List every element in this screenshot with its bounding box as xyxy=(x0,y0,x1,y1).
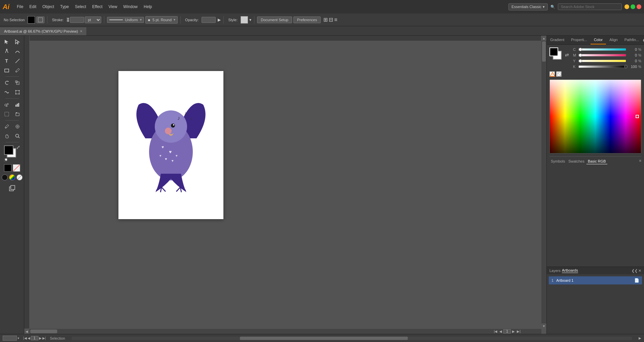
style-chevron-icon[interactable]: ▾ xyxy=(249,18,251,22)
doc-tab-artboard[interactable]: Artboard.ai @ 66.67% (CMYK/GPU Preview) … xyxy=(0,27,87,35)
warp-tool-button[interactable] xyxy=(2,88,12,97)
scale-tool-button[interactable] xyxy=(12,78,23,87)
stroke-selector[interactable] xyxy=(36,16,44,23)
foreground-color-swatch[interactable] xyxy=(4,145,13,155)
stroke-down-arrow[interactable]: ▼ xyxy=(67,20,69,22)
swatches-tab[interactable]: Swatches xyxy=(567,159,586,164)
status-prev-button[interactable]: |◀ xyxy=(23,336,27,340)
k-slider[interactable] xyxy=(578,65,626,68)
c-slider-thumb[interactable] xyxy=(579,48,582,51)
graph-tool-button[interactable] xyxy=(12,100,23,109)
k-slider-thumb[interactable] xyxy=(624,65,628,68)
fg-color-indicator[interactable] xyxy=(549,47,558,56)
layers-panel-close-button[interactable]: ✕ xyxy=(638,269,641,273)
menu-help[interactable]: Help xyxy=(141,3,155,10)
y-slider[interactable] xyxy=(578,60,626,62)
rectangle-tool-button[interactable] xyxy=(2,66,12,75)
opacity-expand-button[interactable]: ▶ xyxy=(218,18,221,22)
reset-colors-icon[interactable] xyxy=(4,158,7,162)
zoom-tool-button[interactable] xyxy=(12,132,23,140)
m-slider[interactable] xyxy=(578,54,626,57)
eyedropper-tool-button[interactable] xyxy=(2,122,12,131)
status-page-input[interactable] xyxy=(31,336,38,340)
menu-file[interactable]: File xyxy=(14,3,26,10)
arrange-icon-1[interactable]: ⊞ xyxy=(323,16,328,23)
prev-page-button[interactable]: |◀ xyxy=(493,329,498,334)
swap-colors-icon[interactable] xyxy=(16,145,20,149)
gradient-tab[interactable]: Gradient xyxy=(547,36,568,44)
opacity-input[interactable]: 100% xyxy=(202,17,216,23)
workspace-selector[interactable]: Essentials Classic ▾ xyxy=(508,3,548,10)
measure-tool-button[interactable] xyxy=(12,122,23,131)
artboard-row-1[interactable]: 1 Artboard 1 📄 xyxy=(549,276,642,284)
menu-select[interactable]: Select xyxy=(72,3,89,10)
properties-tab[interactable]: Properti... xyxy=(568,36,591,44)
stroke-style-selector[interactable]: Uniform ▾ xyxy=(107,17,144,23)
scroll-down-button[interactable]: ▼ xyxy=(541,323,546,329)
zoom-chevron-icon[interactable]: ▾ xyxy=(17,336,19,340)
color-tab[interactable]: Color xyxy=(591,36,606,44)
artboards-tab[interactable]: Artboards xyxy=(562,268,578,273)
direct-selection-tool-button[interactable] xyxy=(12,38,23,46)
symbols-tab[interactable]: Symbols xyxy=(549,159,566,164)
arrange-icon-2[interactable]: ⊟ xyxy=(329,16,333,23)
status-scroll-bar[interactable] xyxy=(72,337,632,340)
align-tab[interactable]: Align xyxy=(606,36,621,44)
zoom-input[interactable]: 66.67% xyxy=(3,336,17,341)
swatches-panel-menu[interactable]: ≡ xyxy=(639,159,641,164)
status-prev-page-button[interactable]: ◀ xyxy=(28,336,30,340)
c-slider[interactable] xyxy=(578,48,626,51)
maximize-button[interactable] xyxy=(631,4,635,9)
none-icon[interactable] xyxy=(16,174,23,180)
rotate-tool-button[interactable] xyxy=(2,78,12,87)
preferences-button[interactable]: Preferences xyxy=(293,16,321,23)
next-artboard-button[interactable]: ▶ xyxy=(511,329,515,334)
gradient-mode-icon[interactable] xyxy=(9,174,15,180)
artboard-tool-button[interactable] xyxy=(2,110,12,118)
y-slider-thumb[interactable] xyxy=(579,59,582,63)
layers-panel-expand-button[interactable]: ❮❮ xyxy=(632,269,638,273)
brush-selector[interactable]: ● 5 pt. Round ▾ xyxy=(145,16,178,24)
fill-color-swatch[interactable] xyxy=(28,16,35,24)
menu-window[interactable]: Window xyxy=(120,3,140,10)
color-spectrum-picker[interactable] xyxy=(549,79,641,153)
swap-icon[interactable]: ⇄ xyxy=(565,52,569,58)
menu-edit[interactable]: Edit xyxy=(27,3,39,10)
color-mode-icon[interactable] xyxy=(2,174,8,180)
type-tool-button[interactable]: T xyxy=(2,57,12,65)
stroke-width-input[interactable]: 1 pt xyxy=(70,17,84,23)
basic-rgb-tab[interactable]: Basic RGB xyxy=(586,159,607,164)
slice-tool-button[interactable] xyxy=(12,110,23,118)
layers-tab[interactable]: Layers xyxy=(549,269,561,273)
page-number-input[interactable] xyxy=(503,329,511,334)
hand-tool-button[interactable] xyxy=(2,132,12,140)
scroll-up-button[interactable]: ▲ xyxy=(541,36,546,41)
status-next-button[interactable]: ▶| xyxy=(42,336,46,340)
curvature-tool-button[interactable] xyxy=(12,47,23,56)
out-of-gamut-warning[interactable]: ! xyxy=(549,71,555,77)
status-next-page-button[interactable]: ▶ xyxy=(39,336,42,340)
selection-tool-button[interactable] xyxy=(2,38,12,46)
menu-effect[interactable]: Effect xyxy=(90,3,105,10)
menu-view[interactable]: View xyxy=(106,3,120,10)
scroll-thumb-h[interactable] xyxy=(30,330,57,333)
doc-tab-close[interactable]: × xyxy=(80,29,82,34)
artboard-options-icon[interactable]: 📄 xyxy=(634,278,639,283)
close-button[interactable] xyxy=(637,4,641,9)
pencil-tool-button[interactable] xyxy=(12,66,23,75)
fill-mode-button[interactable] xyxy=(4,164,11,172)
arrange-icon-3[interactable]: ≡ xyxy=(334,17,337,23)
menu-object[interactable]: Object xyxy=(40,3,57,10)
web-safe-warning[interactable] xyxy=(556,71,562,77)
scrollbar-horizontal[interactable]: ◀ |◀ ◀ ▶ ▶| ▶ xyxy=(24,329,541,334)
m-slider-thumb[interactable] xyxy=(579,54,582,57)
next-page-button[interactable]: ▶| xyxy=(516,329,521,334)
none-mode-button[interactable] xyxy=(13,164,20,172)
line-tool-button[interactable] xyxy=(12,57,23,65)
duplicate-artboard-button[interactable] xyxy=(7,184,17,193)
minimize-button[interactable] xyxy=(624,4,629,9)
pen-tool-button[interactable] xyxy=(2,47,12,56)
scrollbar-vertical[interactable]: ▲ ▼ xyxy=(541,36,546,329)
status-right-button[interactable]: ▶ xyxy=(639,336,641,340)
panel-collapse-button[interactable]: ❮ xyxy=(642,38,644,42)
